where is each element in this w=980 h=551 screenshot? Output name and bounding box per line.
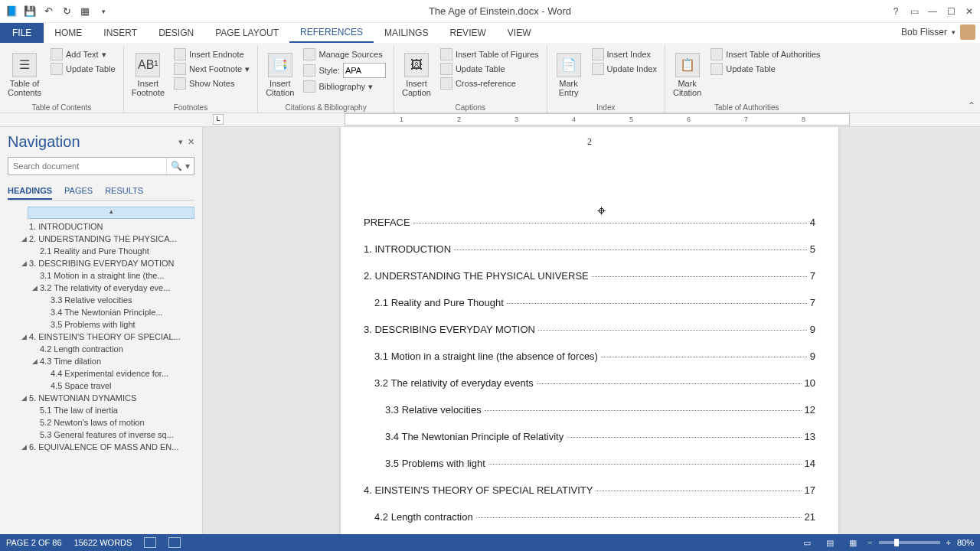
- nav-tab-pages[interactable]: PAGES: [64, 183, 93, 200]
- spellcheck-icon[interactable]: [144, 537, 156, 548]
- cross-reference-button[interactable]: Cross-reference: [437, 77, 542, 90]
- toc-entry[interactable]: 3.3 Relative velocities12: [364, 404, 815, 416]
- tab-review[interactable]: REVIEW: [439, 23, 496, 43]
- table-of-contents-button[interactable]: ☰ Table of Contents: [5, 47, 44, 102]
- nav-close-icon[interactable]: ✕: [188, 137, 194, 147]
- nav-heading-item[interactable]: 2.1 Reality and Pure Thought: [8, 245, 194, 257]
- toc-entry[interactable]: 4.2 Length contraction21: [364, 511, 815, 523]
- maximize-icon[interactable]: ☐: [943, 4, 959, 19]
- insert-footnote-button[interactable]: AB¹ Insert Footnote: [129, 47, 168, 102]
- bibliography-button[interactable]: Bibliography ▾: [300, 80, 389, 93]
- macro-icon[interactable]: [168, 537, 181, 548]
- toc-entry[interactable]: 3.5 Problems with light14: [364, 458, 815, 469]
- read-mode-icon[interactable]: ▭: [799, 536, 815, 549]
- tree-toggle-icon[interactable]: ◢: [18, 259, 29, 267]
- nav-heading-item[interactable]: 5.1 The law of inertia: [8, 404, 194, 416]
- toc-entry[interactable]: 4. EINSTEIN'S THEORY OF SPECIAL RELATIVI…: [364, 484, 815, 496]
- undo-icon[interactable]: ↶: [40, 3, 57, 20]
- mark-citation-button[interactable]: 📋 Mark Citation: [670, 47, 704, 102]
- minimize-icon[interactable]: —: [925, 4, 940, 19]
- close-icon[interactable]: ✕: [962, 4, 977, 19]
- insert-table-figures-button[interactable]: Insert Table of Figures: [437, 47, 542, 61]
- zoom-slider[interactable]: [879, 541, 940, 544]
- toc-entry[interactable]: 2.1 Reality and Pure Thought7: [364, 297, 815, 308]
- insert-caption-button[interactable]: 🖼 Insert Caption: [399, 47, 434, 102]
- nav-heading-item[interactable]: 4.4 Experimental evidence for...: [8, 367, 194, 380]
- search-input[interactable]: [8, 158, 166, 174]
- toc-entry[interactable]: 3.2 The relativity of everyday events10: [364, 377, 815, 389]
- nav-heading-item[interactable]: 3.4 The Newtonian Principle...: [8, 306, 194, 318]
- collapse-ribbon-icon[interactable]: ⌃: [968, 100, 975, 111]
- update-index-button[interactable]: Update Index: [589, 62, 660, 76]
- nav-heading-item[interactable]: 3.3 Relative velocities: [8, 294, 194, 306]
- nav-heading-item[interactable]: ◢3. DESCRIBING EVERYDAY MOTION: [8, 257, 194, 269]
- nav-heading-item[interactable]: ◢6. EQUIVALENCE OF MASS AND EN...: [8, 441, 194, 453]
- nav-heading-item[interactable]: 5.2 Newton's laws of motion: [8, 416, 194, 429]
- document-page[interactable]: 2 PREFACE41. INTRODUCTION52. UNDERSTANDI…: [341, 127, 838, 551]
- tab-references[interactable]: REFERENCES: [289, 23, 374, 43]
- toc-block[interactable]: PREFACE41. INTRODUCTION52. UNDERSTANDING…: [364, 217, 815, 523]
- horizontal-ruler[interactable]: 12345678: [345, 113, 850, 126]
- toc-entry[interactable]: PREFACE4: [364, 217, 815, 228]
- web-layout-icon[interactable]: ▦: [844, 536, 861, 549]
- nav-heading-item[interactable]: 1. INTRODUCTION: [8, 220, 194, 233]
- redo-icon[interactable]: ↻: [58, 3, 75, 20]
- touch-mode-icon[interactable]: ▦: [77, 3, 93, 20]
- nav-heading-item[interactable]: 5.3 General features of inverse sq...: [8, 429, 194, 441]
- citation-style-select[interactable]: [343, 63, 386, 78]
- word-icon[interactable]: 📘: [3, 3, 20, 20]
- nav-tab-headings[interactable]: HEADINGS: [8, 183, 52, 200]
- show-notes-button[interactable]: Show Notes: [171, 77, 253, 90]
- nav-heading-item[interactable]: ◢2. UNDERSTANDING THE PHYSICA...: [8, 233, 194, 245]
- nav-jump-bar[interactable]: [28, 207, 194, 219]
- toc-entry[interactable]: 2. UNDERSTANDING THE PHYSICAL UNIVERSE7: [364, 270, 815, 282]
- nav-tab-results[interactable]: RESULTS: [105, 183, 143, 200]
- nav-options-icon[interactable]: ▾: [178, 137, 183, 147]
- status-page[interactable]: PAGE 2 OF 86: [6, 538, 62, 547]
- document-area[interactable]: 2 PREFACE41. INTRODUCTION52. UNDERSTANDI…: [203, 127, 980, 551]
- print-layout-icon[interactable]: ▤: [822, 536, 838, 549]
- tab-view[interactable]: VIEW: [497, 23, 542, 43]
- nav-heading-item[interactable]: 4.5 Space travel: [8, 380, 194, 392]
- tree-toggle-icon[interactable]: ◢: [29, 284, 40, 292]
- tab-page-layout[interactable]: PAGE LAYOUT: [204, 23, 289, 43]
- nav-heading-item[interactable]: ◢5. NEWTONIAN DYNAMICS: [8, 392, 194, 404]
- nav-tree[interactable]: 1. INTRODUCTION◢2. UNDERSTANDING THE PHY…: [8, 205, 194, 546]
- nav-heading-item[interactable]: ◢4. EINSTEIN'S THEORY OF SPECIAL...: [8, 331, 194, 343]
- tab-selector[interactable]: L: [213, 114, 224, 125]
- toc-entry[interactable]: 1. INTRODUCTION5: [364, 243, 815, 255]
- mark-entry-button[interactable]: 📄 Mark Entry: [552, 47, 586, 102]
- save-icon[interactable]: 💾: [21, 3, 38, 20]
- add-text-button[interactable]: Add Text ▾: [47, 47, 119, 61]
- nav-heading-item[interactable]: 3.5 Problems with light: [8, 318, 194, 331]
- user-account[interactable]: Bob Flisser ▾: [901, 24, 975, 40]
- tab-mailings[interactable]: MAILINGS: [374, 23, 439, 43]
- insert-endnote-button[interactable]: Insert Endnote: [171, 47, 253, 61]
- nav-heading-item[interactable]: ◢3.2 The relativity of everyday eve...: [8, 282, 194, 294]
- update-authorities-button[interactable]: Update Table: [707, 62, 823, 76]
- tab-design[interactable]: DESIGN: [148, 23, 204, 43]
- tree-toggle-icon[interactable]: ◢: [29, 357, 40, 365]
- qat-dropdown-icon[interactable]: ▾: [95, 3, 112, 20]
- toc-entry[interactable]: 3.1 Motion in a straight line (the absen…: [364, 350, 815, 362]
- toc-entry[interactable]: 3.4 The Newtonian Principle of Relativit…: [364, 431, 815, 442]
- nav-heading-item[interactable]: 4.2 Length contraction: [8, 343, 194, 355]
- search-icon[interactable]: 🔍 ▾: [166, 158, 194, 174]
- update-table-captions-button[interactable]: Update Table: [437, 62, 542, 76]
- next-footnote-button[interactable]: Next Footnote ▾: [171, 62, 253, 76]
- update-table-button[interactable]: Update Table: [47, 62, 119, 76]
- help-icon[interactable]: ?: [888, 4, 903, 19]
- ribbon-options-icon[interactable]: ▭: [906, 4, 922, 19]
- tree-toggle-icon[interactable]: ◢: [18, 394, 29, 402]
- tab-file[interactable]: FILE: [0, 23, 44, 43]
- insert-authorities-button[interactable]: Insert Table of Authorities: [707, 47, 823, 61]
- nav-heading-item[interactable]: 3.1 Motion in a straight line (the...: [8, 269, 194, 282]
- tab-home[interactable]: HOME: [44, 23, 93, 43]
- status-words[interactable]: 15622 WORDS: [74, 538, 132, 547]
- tree-toggle-icon[interactable]: ◢: [18, 443, 29, 451]
- tree-toggle-icon[interactable]: ◢: [18, 333, 29, 341]
- tab-insert[interactable]: INSERT: [93, 23, 148, 43]
- manage-sources-button[interactable]: Manage Sources: [300, 47, 389, 61]
- insert-citation-button[interactable]: 📑 Insert Citation: [263, 47, 297, 102]
- zoom-in-icon[interactable]: +: [946, 538, 951, 547]
